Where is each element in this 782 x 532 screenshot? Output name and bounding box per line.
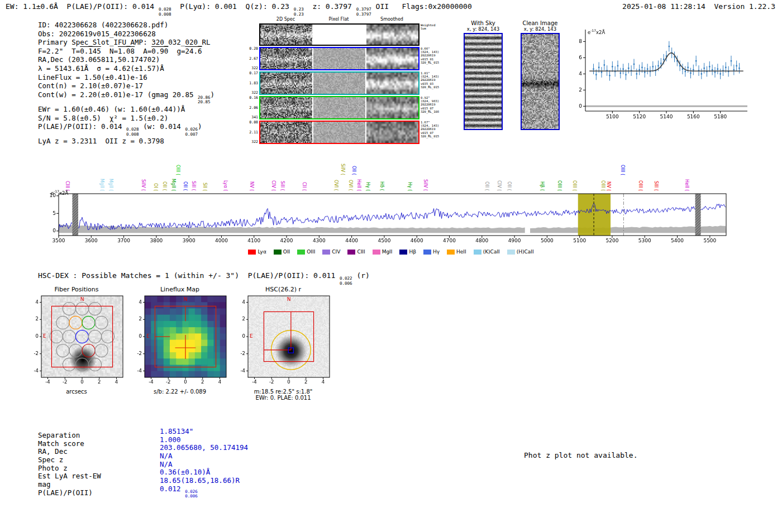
stacked-uncertainty: 0.0260.007	[185, 127, 198, 137]
info-line: EWr = 1.60(±0.46) (w: 1.60(±0.44))Å	[38, 105, 214, 114]
spec2d-image	[260, 48, 312, 69]
legend-swatch	[474, 250, 481, 255]
smoothed-image	[366, 122, 418, 143]
emission-line-label: OIII (	[572, 180, 577, 191]
spec2d-image-row	[259, 23, 419, 46]
emission-line-label: OIII (	[620, 165, 625, 175]
stacked-uncertainty: 0.0280.008	[126, 127, 139, 137]
legend-label: HeII	[456, 249, 466, 255]
emission-line-label: NV (	[249, 181, 254, 191]
emission-line-label: OII (	[351, 166, 356, 175]
full-spectrum-canvas	[46, 191, 732, 247]
legend-swatch	[399, 250, 407, 255]
info-line: Cont(w) = 2.20(±0.01)e-17 (gmag 20.85 20…	[38, 90, 214, 105]
match-table-row: Separation1.85134"	[38, 431, 248, 439]
emission-line-label: SiII (	[191, 181, 196, 191]
emission-line-label: OIII (	[638, 180, 643, 191]
emission-line-label: OI (	[153, 183, 158, 191]
info-line: Primary Spec_Slot_IFU_AMP: 320_032_020_R…	[38, 38, 214, 47]
legend-item: CIII	[347, 249, 365, 255]
spec-ylabel-sup: -17	[54, 189, 59, 193]
clean-image-coords: x, y: 824, 143	[518, 26, 562, 32]
spec2d-image-row	[259, 121, 419, 144]
stacked-uncertainty: 0.0280.008	[159, 7, 171, 17]
spec2d-row-weights: 0.082.11322	[247, 121, 259, 144]
spec2d-row-weights	[247, 23, 259, 46]
spec2d-image	[260, 122, 312, 143]
legend-swatch	[447, 250, 455, 255]
emission-line-label: Hγ (	[365, 182, 370, 191]
with-sky-image	[464, 33, 503, 130]
fiber-positions-title: Fiber Positions	[27, 286, 126, 293]
emission-line-label: MgII (	[171, 179, 176, 191]
clean-image	[521, 33, 560, 130]
legend-label: Hβ	[409, 249, 416, 255]
hsc-cutout-canvas	[233, 294, 333, 389]
hsc-cutout-xlabel2: EWr: 0. PLAE: 0.011	[233, 395, 333, 401]
clean-image-title: Clean Image	[518, 20, 562, 26]
emission-line-label: NV (	[606, 181, 611, 191]
legend-item: HeII	[447, 249, 466, 255]
legend-swatch	[297, 250, 305, 255]
spec2d-row: 0.202.673220.66"(824, 143)20220619v015_0…	[247, 47, 444, 70]
info-line: LineFlux = 1.50(±0.41)e-16	[38, 73, 214, 82]
stacked-uncertainty: 0.37970.3797	[356, 7, 371, 17]
fit-plot-ylabel: e-17x2Å	[588, 28, 605, 35]
info-line: F=2.2" T=0.145 N=1.08 A=0.90 g=24.6	[38, 47, 214, 56]
stacked-uncertainty: 0.230.23	[294, 7, 304, 17]
legend-item: (H)CaII	[507, 249, 534, 255]
fiber-positions-panel: Fiber Positions arcsecs	[27, 286, 126, 395]
spectrum-ylabel: e-17x2Å	[51, 189, 68, 196]
match-table-label: Match score	[38, 439, 160, 448]
legend-label: OII	[283, 249, 290, 255]
match-table-label: Spec z	[38, 456, 160, 464]
emission-line-label: Hβ (	[540, 181, 545, 191]
match-table-value: 1.000	[160, 435, 181, 444]
emission-line-label: Hγ (	[407, 182, 412, 191]
spec2d-row: 0.171.833221.01"(824, 143)20220619v035_0…	[247, 71, 444, 95]
info-line: Obs: 20220619v015_4022306628	[38, 30, 214, 39]
info-line: RA,Dec (203.065811,50.174702)	[38, 55, 214, 64]
emission-line-label: OII (	[162, 181, 167, 191]
match-table-label: Separation	[38, 431, 160, 439]
emission-line-label: MgII (	[108, 179, 113, 191]
info-line: S/N = 5.8(±0.5) χ² = 1.5(±0.2)	[38, 114, 214, 123]
emission-line-label: OIII (	[175, 165, 180, 175]
smoothed-image	[366, 48, 418, 69]
spec2d-image	[260, 97, 312, 118]
legend-item: Hβ	[399, 249, 416, 255]
stacked-uncertainty: 20.8620.85	[198, 95, 211, 105]
spec2d-row: 0.162.063410.92"(824, 983)20220619v015_0…	[247, 96, 444, 119]
match-table-row: RA, Dec203.065680, 50.174194	[38, 447, 248, 456]
clean-image-panel: Clean Image x, y: 824, 143	[518, 20, 562, 130]
lineflux-map-panel: Lineflux Map s/b: 2.22 +/- 0.089	[130, 286, 230, 395]
fit-ylabel-sup: -17	[590, 28, 596, 32]
match-table-value: 0.36(±0.10)Å	[160, 468, 210, 476]
stacked-uncertainty: 0.0220.006	[340, 276, 352, 286]
smoothed-image	[366, 97, 418, 118]
match-table-label: RA, Dec	[38, 447, 160, 456]
pixel-flat-image	[313, 25, 365, 45]
lineflux-map-xlabel: s/b: 2.22 +/- 0.089	[130, 389, 230, 395]
match-table-value: 1.85134"	[160, 427, 193, 435]
info-line: Cont(n) = 2.10(±0.07)e-17	[38, 82, 214, 90]
datetime-version: 2025-01-08 11:28:14 Version 1.22.3	[622, 2, 775, 12]
match-table-label: P(LAE)/P(OII)	[38, 488, 160, 497]
legend-swatch	[373, 250, 380, 255]
spec-ylabel-rest: x2Å	[59, 190, 68, 196]
legend-item: Lyα	[248, 249, 266, 255]
spec2d-col-header: 2D Spec	[259, 17, 312, 23]
legend-item: OIII	[297, 249, 315, 255]
spec2d-col-header: Pixel Flat	[312, 17, 365, 23]
legend-label: MgII	[382, 249, 393, 255]
match-table-value: N/A	[160, 460, 173, 468]
emission-line-label: OIII (	[557, 180, 562, 191]
info-line: λ = 5143.61Å σ = 4.62(±1.57)Å	[38, 64, 214, 73]
with-sky-title: With Sky	[461, 20, 505, 26]
fit-ylabel-rest: x2Å	[596, 30, 605, 35]
spec2d-row-meta: 1.01"(824, 143)20220619v035_03320_RL_015	[419, 71, 444, 95]
legend-label: CIV	[332, 249, 340, 255]
spec2d-image	[260, 73, 312, 94]
emission-line-label: Lyα (	[223, 180, 228, 191]
spec2d-row-meta: 0.66"(824, 143)20220619v015_01320_RL_015	[419, 47, 444, 70]
